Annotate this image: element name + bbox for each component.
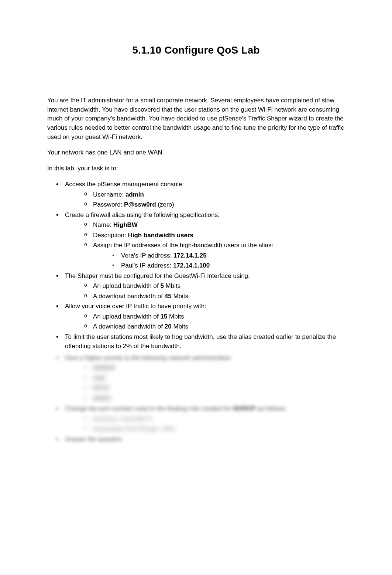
- label-text: Name:: [93, 221, 113, 228]
- value-text: IPSEC: [93, 395, 112, 402]
- value-text: 20: [165, 323, 172, 330]
- list-item: Name: HighBW: [86, 220, 345, 230]
- value-text: MSRDP: [233, 405, 256, 412]
- item-text: Answer the question.: [65, 436, 124, 443]
- list-item: Answer the question.: [58, 435, 345, 444]
- value-text: VNC: [93, 375, 106, 382]
- label-text: Username:: [93, 191, 125, 198]
- label-text: A download bandwidth of: [93, 323, 165, 330]
- intro-paragraph: You are the IT administrator for a small…: [47, 96, 345, 142]
- list-item: Allow your voice over IP traffic to have…: [58, 302, 345, 331]
- suffix-text: Mbits: [167, 313, 184, 320]
- list-item: Password: P@ssw0rd (zero): [86, 200, 345, 210]
- list-item: Assign the IP addresses of the high-band…: [86, 241, 345, 271]
- list-item: Vera's IP address: 172.14.1.25: [114, 251, 345, 261]
- network-line: Your network has one LAN and one WAN.: [47, 148, 345, 157]
- list-item: A download bandwidth of 45 Mbits: [86, 292, 345, 301]
- label-text: A download bandwidth of: [93, 293, 165, 300]
- label-text: Description:: [93, 232, 128, 239]
- suffix-text: Mbits: [172, 323, 188, 330]
- list-item: VNC: [86, 374, 345, 383]
- value-text: HighBW: [113, 221, 138, 228]
- item-text: Give a higher priority to the following …: [65, 354, 231, 361]
- blurred-content: Give a higher priority to the following …: [47, 353, 345, 444]
- list-item: Interface: GuestWi-Fi: [86, 414, 345, 424]
- label-text: An upload bandwidth of: [93, 313, 160, 320]
- value-text: 172.14.1.25: [173, 252, 207, 259]
- value-text: PPTP: [93, 385, 109, 392]
- item-text: Destination Port Range: 3391: [93, 425, 175, 432]
- list-item: Destination Port Range: 3391: [86, 424, 345, 434]
- value-text: P@ssw0rd: [124, 201, 156, 208]
- list-item: An upload bandwidth of 15 Mbits: [86, 312, 345, 321]
- value-text: 15: [160, 313, 167, 320]
- list-item: The Shaper must be configured for the Gu…: [58, 271, 345, 301]
- value-text: 45: [165, 293, 172, 300]
- suffix-text: Mbits: [172, 293, 188, 300]
- list-item: An upload bandwidth of 5 Mbits: [86, 281, 345, 291]
- item-text: Allow your voice over IP traffic to have…: [65, 303, 206, 310]
- suffix-text: Mbits: [164, 282, 180, 289]
- item-text: The Shaper must be configured for the Gu…: [65, 272, 250, 279]
- document-page: 5.1.10 Configure QoS Lab You are the IT …: [0, 0, 392, 467]
- value-text: 5: [160, 282, 164, 289]
- label-text: Vera's IP address:: [121, 252, 173, 259]
- intro-section: You are the IT administrator for a small…: [47, 96, 345, 142]
- list-item: Description: High bandwidth users: [86, 231, 345, 240]
- list-item: Paul's IP address: 172.14.1.100: [114, 261, 345, 271]
- page-title: 5.1.10 Configure QoS Lab: [47, 44, 345, 56]
- item-text: Assign the IP addresses of the high-band…: [93, 242, 273, 249]
- value-text: MSRDP: [93, 364, 116, 371]
- list-item: MSRDP: [86, 363, 345, 373]
- list-item: Give a higher priority to the following …: [58, 353, 345, 404]
- list-item: Change the port number used in the float…: [58, 404, 345, 434]
- list-item: Create a firewall alias using the follow…: [58, 210, 345, 271]
- task-list: Access the pfSense management console: U…: [47, 180, 345, 351]
- suffix-text: (zero): [156, 201, 174, 208]
- suffix-text: as follows:: [256, 405, 287, 412]
- label-text: Change the port number used in the float…: [65, 405, 233, 412]
- list-item: A download bandwidth of 20 Mbits: [86, 322, 345, 331]
- label-text: Password:: [93, 201, 124, 208]
- list-item: IPSEC: [86, 394, 345, 404]
- list-item: To limit the user stations most likely t…: [58, 332, 345, 351]
- value-text: admin: [125, 191, 144, 198]
- task-line: In this lab, your task is to:: [47, 164, 345, 173]
- item-text: To limit the user stations most likely t…: [65, 333, 336, 350]
- label-text: Paul's IP address:: [121, 262, 173, 269]
- list-item: Access the pfSense management console: U…: [58, 180, 345, 210]
- list-item: Username: admin: [86, 190, 345, 200]
- list-item: PPTP: [86, 384, 345, 393]
- item-text: Interface: GuestWi-Fi: [93, 415, 152, 422]
- label-text: An upload bandwidth of: [93, 282, 160, 289]
- item-text: Access the pfSense management console:: [65, 181, 184, 188]
- item-text: Create a firewall alias using the follow…: [65, 211, 220, 218]
- value-text: High bandwidth users: [128, 232, 193, 239]
- value-text: 172.14.1.100: [173, 262, 210, 269]
